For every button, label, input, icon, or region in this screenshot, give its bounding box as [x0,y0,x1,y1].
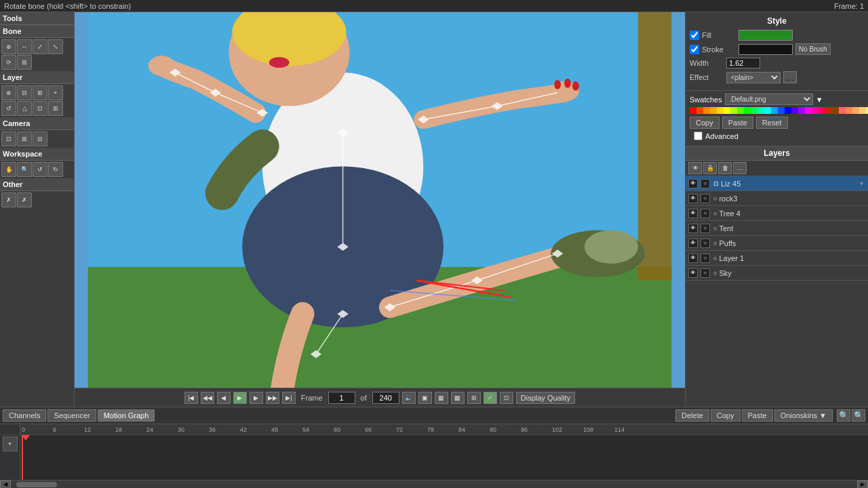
layer-item-layer1[interactable]: 👁 ○ ○ Layer 1 [686,251,868,266]
swatch-cell[interactable] [730,107,737,114]
swatch-cell[interactable] [696,107,703,114]
layers-lock-button[interactable]: 🔒 [703,162,717,174]
swatch-cell[interactable] [832,107,839,114]
skip-end-button[interactable]: ▶| [282,392,296,404]
swatch-cell[interactable] [846,107,852,114]
layer-expand-liz45[interactable]: ▼ [859,180,865,187]
layer-item-puffs[interactable]: 👁 ○ ○ Puffs [686,236,868,251]
tab-channels[interactable]: Channels [3,409,46,422]
reset-button[interactable]: Reset [756,117,788,129]
layers-more-button[interactable]: … [733,162,747,174]
swatch-cell[interactable] [771,107,778,114]
swatch-cell[interactable] [812,107,818,114]
layer-tool-8[interactable]: ⊞ [48,101,63,116]
swatch-cell[interactable] [859,107,866,114]
layer-tool-5[interactable]: ↺ [1,101,16,116]
frame-input[interactable] [328,392,355,404]
total-frames-input[interactable] [372,392,399,404]
layer-eye-tree4[interactable]: 👁 [688,209,698,218]
layer-lock-sky[interactable]: ○ [701,268,710,278]
effect-options-button[interactable]: … [783,71,797,83]
swatch-cell[interactable] [764,107,771,114]
swatch-cell[interactable] [798,107,805,114]
layer-eye-rock3[interactable]: 👁 [688,194,698,203]
other-tool-1[interactable]: ✗ [1,192,16,207]
swatch-cell[interactable] [785,107,791,114]
advanced-checkbox[interactable] [694,131,703,140]
layer-tool-7[interactable]: ⊡ [33,101,47,116]
add-layer-button[interactable]: + [3,436,18,451]
paste-timeline-button[interactable]: Paste [742,409,773,422]
timeline-track[interactable] [20,435,868,480]
swatch-cell[interactable] [757,107,764,114]
layer-item-rock3[interactable]: 👁 ○ ○ rock3 [686,191,868,206]
bone-tool-4[interactable]: ⤡ [48,39,63,54]
ws-tool-3[interactable]: ↺ [33,162,47,177]
view-4[interactable]: ⊞ [467,392,481,404]
layer-item-tree4[interactable]: 👁 ○ ○ Tree 4 [686,206,868,221]
layer-tool-6[interactable]: △ [17,101,32,116]
swatch-cell[interactable] [690,107,696,114]
step-forward-button[interactable]: ▶ [250,392,263,404]
layer-tool-4[interactable]: + [48,85,63,100]
bone-tool-2[interactable]: ↔ [17,39,32,54]
timeline-scrollbar[interactable]: ◀ ▶ [0,480,868,488]
swatch-cell[interactable] [724,107,730,114]
view-5[interactable]: ✓ [484,392,497,404]
bone-tool-3[interactable]: ⤢ [33,39,47,54]
swatch-cell[interactable] [710,107,717,114]
tab-sequencer[interactable]: Sequencer [47,409,96,422]
skip-start-button[interactable]: |◀ [184,392,198,404]
paste-button[interactable]: Paste [722,117,753,129]
layer-lock-liz45[interactable]: ○ [701,179,710,188]
stroke-color-swatch[interactable] [738,44,793,55]
camera-tool-1[interactable]: ⊡ [1,131,16,146]
bone-tool-6[interactable]: ⊞ [17,55,32,70]
swatches-dropdown-arrow[interactable]: ▼ [816,96,823,104]
bone-visible[interactable]: ⊡ [500,392,513,404]
prev-frame-button[interactable]: ◀◀ [201,392,214,404]
swatch-cell[interactable] [778,107,785,114]
tab-motion-graph[interactable]: Motion Graph [98,409,155,422]
swatch-cell[interactable] [818,107,825,114]
layer-lock-puffs[interactable]: ○ [701,239,710,248]
play-button[interactable]: ▶ [233,392,247,404]
swatch-cell[interactable] [852,107,859,114]
view-2[interactable]: ▦ [435,392,448,404]
display-quality-button[interactable]: Display Quality [516,392,575,404]
layer-lock-layer1[interactable]: ○ [701,253,710,263]
layer-tool-1[interactable]: ⊕ [1,85,16,100]
onionskins-button[interactable]: Onionskins ▼ [774,409,833,422]
canvas-viewport[interactable] [75,12,685,388]
next-frame-button[interactable]: ▶▶ [266,392,279,404]
layers-delete-button[interactable]: 🗑 [718,162,732,174]
ws-tool-2[interactable]: 🔍 [17,162,32,177]
canvas-area[interactable]: |◀ ◀◀ ◀ ▶ ▶ ▶▶ ▶| Frame of 🔈 ▣ ▦ ▩ ⊞ ✓ ⊡… [75,12,685,407]
zoom-out-button[interactable]: 🔍 [837,409,850,422]
layer-eye-puffs[interactable]: 👁 [688,239,698,248]
camera-tool-3[interactable]: ⊟ [33,131,47,146]
zoom-in-button[interactable]: 🔍 [852,409,865,422]
scrollbar-thumb[interactable] [16,482,57,487]
layer-lock-tent[interactable]: ○ [701,224,710,233]
stroke-checkbox[interactable] [690,45,699,54]
layer-tool-3[interactable]: ⊞ [33,85,47,100]
swatch-cell[interactable] [825,107,832,114]
layer-lock-rock3[interactable]: ○ [701,194,710,203]
scroll-left-button[interactable]: ◀ [0,481,11,489]
view-1[interactable]: ▣ [418,392,432,404]
ws-tool-4[interactable]: ↻ [48,162,63,177]
layer-eye-sky[interactable]: 👁 [688,268,698,278]
no-brush-button[interactable]: No Brush [795,43,831,55]
layer-item-tent[interactable]: 👁 ○ ○ Tent [686,221,868,236]
swatch-cell[interactable] [791,107,798,114]
swatches-file-select[interactable]: .Default.png [725,94,813,105]
layers-eye-button[interactable]: 👁 [688,162,702,174]
scroll-right-button[interactable]: ▶ [857,481,868,489]
layer-item-liz45[interactable]: 👁 ○ ⊡ Liz 45 ▼ [686,176,868,191]
layer-tool-2[interactable]: ⊟ [17,85,32,100]
fill-checkbox[interactable] [690,30,699,40]
camera-tool-2[interactable]: ⊞ [17,131,32,146]
ws-tool-1[interactable]: ✋ [1,162,16,177]
layer-eye-liz45[interactable]: 👁 [688,179,698,188]
